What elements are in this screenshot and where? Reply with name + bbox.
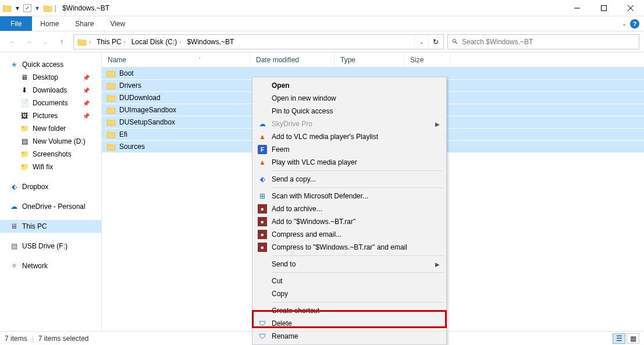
column-header-size[interactable]: Size [404, 52, 451, 67]
sidebar-item[interactable]: 📁New folder [0, 122, 101, 135]
sidebar-item-label: Pictures [33, 112, 58, 120]
shield-icon: 🛡 [258, 319, 267, 328]
minimize-button[interactable] [564, 0, 590, 16]
column-header-name[interactable]: Name˄ [102, 52, 250, 67]
sidebar-item[interactable]: ⬇Downloads📌 [0, 84, 101, 97]
search-icon: 🔍︎ [451, 38, 458, 46]
svg-rect-1 [602, 5, 607, 10]
ctx-vlc-add[interactable]: ▲ Add to VLC media player's Playlist [254, 130, 444, 143]
forward-button[interactable]: → [23, 36, 35, 48]
address-dropdown-icon[interactable]: ⌄ [414, 35, 428, 49]
up-button[interactable]: ↑ [56, 36, 67, 48]
pin-icon: 📌 [83, 87, 90, 94]
details-view-button[interactable]: ☰ [613, 333, 625, 344]
sidebar-item[interactable]: 📄Documents📌 [0, 97, 101, 109]
folder-icon [2, 3, 12, 13]
ctx-compress-email[interactable]: ■ Compress and email... [254, 228, 444, 241]
ctx-defender[interactable]: ⊞ Scan with Microsoft Defender... [254, 190, 444, 202]
dropbox-icon: ⬖ [9, 182, 19, 191]
title-separator: | [54, 4, 58, 12]
icons-view-button[interactable]: ▦ [627, 333, 639, 344]
breadcrumb[interactable]: This PC› [94, 35, 128, 49]
vlc-icon: ▲ [258, 158, 267, 167]
sidebar-item-dropbox[interactable]: ⬖ Dropbox [0, 180, 101, 193]
status-selected-count: 7 items selected [38, 335, 89, 343]
ctx-pin-quick-access[interactable]: Pin to Quick access [254, 105, 444, 118]
sidebar-item-this-pc[interactable]: 🖥︎ This PC [0, 220, 101, 233]
breadcrumb[interactable]: $Windows.~BT [184, 35, 236, 49]
search-box[interactable]: 🔍︎ [447, 34, 639, 49]
back-button[interactable]: ← [7, 36, 19, 48]
sort-asc-icon: ˄ [198, 57, 201, 63]
maximize-button[interactable] [590, 0, 617, 16]
folder-icon [106, 106, 116, 114]
sidebar-item-label: Desktop [33, 73, 58, 81]
folder-icon: 📁 [20, 150, 29, 159]
column-header-type[interactable]: Type [335, 52, 404, 67]
refresh-button[interactable]: ↻ [428, 35, 442, 49]
sidebar-item-label: OneDrive - Personal [22, 202, 86, 211]
ctx-vlc-play[interactable]: ▲ Play with VLC media player [254, 156, 444, 169]
sidebar-item-usb[interactable]: ▤ USB Drive (F:) [0, 240, 101, 252]
ribbon-collapse-icon[interactable]: ⌄ [622, 20, 627, 27]
qat-dropdown-icon[interactable]: ▾ [33, 3, 42, 13]
ctx-copy[interactable]: Copy [254, 287, 444, 300]
ctx-create-shortcut[interactable]: Create shortcut [254, 304, 444, 317]
ctx-open-new-window[interactable]: Open in new window [254, 92, 444, 105]
search-input[interactable] [462, 38, 635, 46]
network-icon: ⚛ [9, 261, 19, 271]
folder-icon [106, 143, 116, 151]
help-icon[interactable]: ? [630, 19, 639, 29]
skydrive-icon: ☁ [258, 119, 267, 129]
ctx-send-copy[interactable]: ⬖ Send a copy... [254, 173, 444, 186]
pictures-icon: 🖼 [20, 111, 29, 120]
sidebar-item[interactable]: ▤New Volume (D:) [0, 135, 101, 148]
submenu-arrow-icon: ▶ [435, 121, 440, 127]
sidebar-item-label: Screenshots [33, 150, 72, 158]
tab-share[interactable]: Share [67, 16, 102, 31]
vlc-icon: ▲ [258, 132, 267, 141]
tab-home[interactable]: Home [32, 16, 67, 31]
file-name: DUImageSandbox [119, 106, 176, 114]
nav-bar: ← → ⌄ ↑ › This PC› Local Disk (C:)› $Win… [0, 31, 644, 52]
folder-icon [106, 94, 116, 102]
ctx-delete[interactable]: 🛡 Delete [254, 317, 444, 330]
sidebar-item[interactable]: 🖼Pictures📌 [0, 109, 101, 122]
ctx-open[interactable]: Open [254, 79, 444, 92]
ctx-compress-rar-email[interactable]: ■ Compress to "$Windows.~BT.rar" and ema… [254, 241, 444, 254]
sidebar-item[interactable]: 📁Wifi fix [0, 161, 101, 173]
sidebar-item-onedrive[interactable]: ☁ OneDrive - Personal [0, 200, 101, 213]
file-tab[interactable]: File [0, 16, 32, 31]
ctx-feem[interactable]: F Feem [254, 143, 444, 156]
column-header-date[interactable]: Date modified [250, 52, 335, 67]
sidebar-item[interactable]: 📁Screenshots [0, 148, 101, 161]
window-title: $Windows.~BT [62, 4, 109, 12]
address-bar[interactable]: › This PC› Local Disk (C:)› $Windows.~BT… [73, 34, 444, 49]
ctx-send-to[interactable]: Send to▶ [254, 258, 444, 271]
qat-save-icon[interactable]: ▾ [13, 3, 22, 13]
recent-dropdown-icon[interactable]: ⌄ [40, 36, 51, 48]
pin-icon: 📌 [83, 113, 90, 119]
sidebar-item[interactable]: 🖥︎Desktop📌 [0, 71, 101, 84]
tab-view[interactable]: View [102, 16, 133, 31]
rar-icon: ■ [258, 230, 267, 239]
file-name: Sources [119, 143, 145, 151]
feem-icon: F [258, 145, 267, 154]
ctx-archive[interactable]: ■ Add to archive... [254, 202, 444, 215]
folder-icon [106, 130, 116, 138]
sidebar-item-quick-access[interactable]: ★ Quick access [0, 58, 101, 71]
sidebar-item-network[interactable]: ⚛ Network [0, 259, 101, 272]
file-name: Efi [119, 130, 127, 138]
drive-icon: ▤ [20, 137, 29, 146]
desktop-icon: 🖥︎ [20, 73, 29, 82]
rar-icon: ■ [258, 204, 267, 214]
ctx-archive-rar[interactable]: ■ Add to "$Windows.~BT.rar" [254, 215, 444, 228]
file-name: DUSetupSandbox [119, 118, 175, 126]
sidebar-item-label: This PC [22, 222, 47, 230]
ctx-cut[interactable]: Cut [254, 275, 444, 287]
ctx-skydrive[interactable]: ☁ SkyDrive Pro▶ [254, 118, 444, 130]
close-button[interactable] [617, 0, 644, 16]
breadcrumb[interactable]: Local Disk (C:)› [129, 35, 184, 49]
onedrive-icon: ☁ [9, 202, 19, 211]
qat-check-icon[interactable]: ✓ [23, 4, 31, 12]
